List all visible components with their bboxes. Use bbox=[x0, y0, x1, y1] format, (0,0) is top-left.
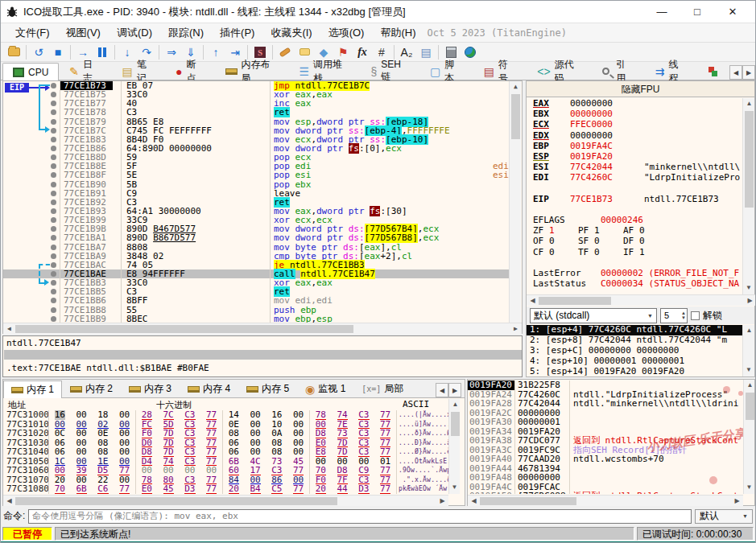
breakpoint-gutter[interactable] bbox=[3, 287, 60, 296]
dump-tab-内存 1[interactable]: 内存 1 bbox=[3, 381, 62, 398]
breakpoint-gutter[interactable] bbox=[3, 243, 60, 252]
flag-CF[interactable]: CF 0 bbox=[533, 247, 572, 257]
flag-OF[interactable]: OF 0 bbox=[533, 236, 572, 246]
breakpoint-gutter[interactable] bbox=[3, 198, 60, 207]
breakpoint-gutter[interactable] bbox=[3, 296, 60, 305]
breakpoint-gutter[interactable] bbox=[3, 117, 60, 126]
breakpoint-dot-icon[interactable] bbox=[51, 298, 56, 303]
breakpoint-gutter[interactable] bbox=[3, 153, 60, 162]
register-row[interactable]: ESP0019FA20 bbox=[527, 151, 742, 162]
flag-AF[interactable]: AF 0 bbox=[623, 225, 662, 236]
register-row[interactable] bbox=[527, 289, 742, 294]
register-value[interactable]: 77C42044 bbox=[570, 162, 644, 172]
breakpoint-dot-icon[interactable] bbox=[51, 137, 56, 142]
argument-row[interactable]: 5: [esp+14] 0019FA20 0019FA20 bbox=[527, 367, 746, 377]
dump-tab-内存 4[interactable]: 内存 4 bbox=[180, 380, 238, 397]
arguments-vscrollbar[interactable]: ▲ ▼ bbox=[742, 325, 754, 376]
register-row[interactable] bbox=[527, 257, 742, 268]
breakpoint-gutter[interactable] bbox=[3, 306, 60, 315]
function-button[interactable]: fx bbox=[353, 43, 372, 61]
breakpoint-gutter[interactable] bbox=[3, 135, 60, 144]
register-value[interactable]: 00000002 (ERROR_FILE_NOT_F bbox=[601, 268, 739, 278]
flag-SF[interactable]: SF 0 bbox=[578, 236, 617, 246]
argument-row[interactable]: 3: [esp+C] 00000000 00000000 bbox=[527, 346, 746, 356]
scroll-down-icon[interactable]: ▼ bbox=[449, 482, 460, 494]
stack-vscrollbar[interactable]: ▲ ▼ bbox=[743, 380, 754, 494]
register-row[interactable]: ECXFFEC0000 bbox=[527, 119, 742, 130]
dump-tab-内存 5[interactable]: 内存 5 bbox=[238, 380, 297, 397]
register-value[interactable]: 0019FA4C bbox=[570, 141, 644, 151]
register-value[interactable]: 00000000 bbox=[570, 130, 644, 141]
breakpoint-gutter[interactable] bbox=[3, 269, 60, 278]
register-row[interactable]: ZF 1PF 1AF 0 bbox=[527, 225, 742, 236]
register-row[interactable]: EDX00000000 bbox=[527, 130, 742, 141]
scroll-left-icon[interactable]: ◀ bbox=[3, 496, 15, 507]
stack-row[interactable]: 0019FA2031B225F8 bbox=[468, 381, 743, 390]
breakpoint-dot-icon[interactable] bbox=[51, 316, 56, 322]
scroll-right-icon[interactable]: ▶ bbox=[744, 295, 756, 306]
stack-row[interactable]: 0019FA2877C42044ntdll."minkernel\\ntdll\… bbox=[468, 399, 743, 409]
tab-断点[interactable]: ●断点 bbox=[165, 62, 215, 80]
globe-button[interactable] bbox=[461, 43, 480, 61]
registers-vscrollbar[interactable]: ▲ ▼ bbox=[742, 98, 754, 294]
stack-hscrollbar[interactable]: ◀ ▶ bbox=[468, 495, 743, 506]
scroll-up-icon[interactable]: ▲ bbox=[510, 81, 522, 93]
breakpoint-dot-icon[interactable] bbox=[51, 235, 56, 241]
menu-item-3[interactable]: 调试(D) bbox=[109, 24, 160, 42]
scroll-up-icon[interactable]: ▲ bbox=[743, 325, 755, 337]
breakpoint-dot-icon[interactable] bbox=[51, 307, 56, 313]
breakpoint-dot-icon[interactable] bbox=[51, 191, 56, 196]
disasm-row[interactable]: 77CE1BB855push ebp bbox=[3, 306, 509, 315]
disasm-row[interactable]: 77CE1BB68BFFmov edi,edi bbox=[3, 296, 509, 305]
tab-日志[interactable]: ✎日志 bbox=[59, 62, 111, 80]
argument-row[interactable]: 1: [esp+4] 77C4260C ntdll.77C4260C "L bbox=[527, 325, 746, 335]
tab-引用[interactable]: 引用 bbox=[592, 62, 644, 80]
open-file-button[interactable] bbox=[4, 43, 23, 61]
breakpoint-dot-icon[interactable] bbox=[51, 200, 56, 205]
argument-list[interactable]: 1: [esp+4] 77C4260C ntdll.77C4260C "L2: … bbox=[527, 325, 746, 377]
disassembly-vscrollbar[interactable]: ▲ bbox=[509, 81, 521, 323]
breakpoint-gutter[interactable] bbox=[3, 189, 60, 198]
register-row[interactable]: EIP77CE1B73ntdll.77CE1B73 bbox=[527, 194, 742, 204]
register-row[interactable]: OF 0SF 0DF 0 bbox=[527, 236, 742, 246]
breakpoint-dot-icon[interactable] bbox=[51, 92, 56, 97]
argument-row[interactable]: 4: [esp+10] 00000001 00000001 bbox=[527, 356, 746, 367]
breakpoint-dot-icon[interactable] bbox=[51, 253, 56, 259]
dump-row[interactable]: 77C31080706BC677E045D37720B4C5772044D377… bbox=[3, 484, 448, 494]
breakpoint-gutter[interactable] bbox=[3, 261, 60, 269]
minimize-button[interactable]: — bbox=[644, 2, 680, 23]
scroll-down-icon[interactable]: ▼ bbox=[744, 482, 754, 494]
register-row[interactable]: EFLAGS00000246 bbox=[527, 215, 742, 225]
argument-count-stepper[interactable]: 5 ▲▼ bbox=[660, 308, 688, 323]
stack-row[interactable]: 0019FA50[77CDC088返回到 ntdll.RtlCaptureSta… bbox=[468, 492, 743, 494]
register-value[interactable]: 00000246 bbox=[601, 215, 643, 225]
dump-scroll-left-icon[interactable]: ◀ bbox=[436, 383, 448, 397]
dump-rows[interactable]: 77C3100016001800287CC377140016007874C377… bbox=[3, 410, 448, 494]
scroll-left-icon[interactable]: ◀ bbox=[3, 323, 15, 335]
menu-item-2[interactable]: 视图(V) bbox=[58, 24, 109, 42]
dump-row[interactable]: 77C3100016001800287CC377140016007874C377… bbox=[3, 410, 448, 420]
unlock-checkbox[interactable] bbox=[691, 311, 700, 320]
breakpoint-gutter[interactable] bbox=[3, 216, 60, 224]
flag-TF[interactable]: TF 0 bbox=[578, 247, 617, 257]
disasm-row[interactable]: 77CE1B8F5Epop esiesi bbox=[3, 171, 509, 179]
maximize-button[interactable]: □ bbox=[680, 2, 715, 23]
tab-线程[interactable]: ⇉线程 bbox=[645, 62, 697, 80]
breakpoint-gutter[interactable] bbox=[3, 144, 60, 153]
breakpoint-dot-icon[interactable] bbox=[51, 101, 56, 106]
breakpoint-dot-icon[interactable] bbox=[51, 119, 56, 125]
breakpoint-dot-icon[interactable] bbox=[51, 289, 56, 294]
menu-item-7[interactable]: 选项(O) bbox=[320, 24, 373, 42]
breakpoint-dot-icon[interactable] bbox=[51, 109, 56, 115]
trace-into-button[interactable]: ⇒ bbox=[162, 43, 181, 61]
breakpoint-dot-icon[interactable] bbox=[51, 226, 56, 232]
stack-row[interactable]: 0019FA4077CAAD20ntdll.wcstombs+70 bbox=[468, 455, 743, 464]
scroll-left-icon[interactable]: ◀ bbox=[468, 496, 480, 507]
breakpoint-dot-icon[interactable] bbox=[51, 271, 56, 277]
tab-scroll-left-icon[interactable]: ◀ bbox=[729, 65, 742, 80]
register-row[interactable]: EDI77C4260C"LdrpInitializePro bbox=[527, 172, 742, 183]
scroll-left-icon[interactable]: ◀ bbox=[527, 295, 539, 306]
step-into-button[interactable]: ↓ bbox=[118, 43, 137, 61]
scroll-down-icon[interactable]: ▼ bbox=[743, 364, 754, 376]
hide-fpu-button[interactable]: 隐藏FPU bbox=[527, 81, 754, 97]
